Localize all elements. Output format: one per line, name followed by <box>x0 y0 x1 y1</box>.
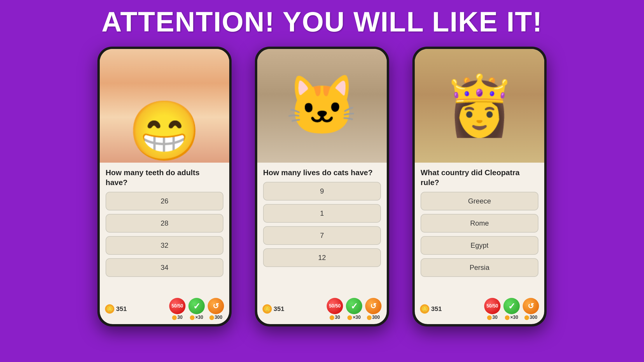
phone-3-answer-1[interactable]: Rome <box>421 214 538 233</box>
phone-1-powerups: 50/50 30 ✓ ×30 <box>169 298 224 320</box>
check-icon-2: ✓ <box>346 298 362 314</box>
phone-1-answer-0[interactable]: 26 <box>106 192 223 210</box>
phone-3-powerups: 50/50 30 ✓ ×30 <box>484 298 539 320</box>
coin-icon-2: 🪙 <box>262 304 272 314</box>
phone-3-content: What country did Cleopatra rule? Greece … <box>415 163 544 296</box>
phone-2-image <box>257 49 387 163</box>
phone-3-answer-0[interactable]: Greece <box>421 192 538 210</box>
page-title: ATTENTION! YOU WILL LIKE IT! <box>102 6 542 38</box>
phone-1: How many teeth do adults have? 26 28 32 … <box>97 47 232 326</box>
phone-3-fifty-fifty[interactable]: 50/50 30 <box>484 298 501 320</box>
check-icon-1: ✓ <box>188 298 205 314</box>
phone-2-wrapper: How many lives do cats have? 9 1 7 12 🪙 … <box>255 47 389 326</box>
fifty-fifty-icon-3: 50/50 <box>484 298 501 314</box>
phone-2-answer-2[interactable]: 7 <box>263 226 381 245</box>
fifty-fifty-icon-1: 50/50 <box>169 298 186 314</box>
phone-2-answer-1[interactable]: 1 <box>263 204 381 223</box>
coin-icon-3: 🪙 <box>420 304 429 314</box>
phone-2-question: How many lives do cats have? <box>263 168 381 178</box>
phone-3-wrapper: What country did Cleopatra rule? Greece … <box>412 47 547 326</box>
phone-1-content: How many teeth do adults have? 26 28 32 … <box>100 163 229 296</box>
phone-2-answer-0[interactable]: 9 <box>263 182 381 201</box>
swap-icon-1: ↺ <box>208 298 224 314</box>
phone-2-coins: 🪙 351 <box>262 304 284 314</box>
phone-2-footer: 🪙 351 50/50 30 ✓ <box>257 296 387 324</box>
phone-3-coin-count: 351 <box>431 305 442 313</box>
phone-3-coins: 🪙 351 <box>420 304 442 314</box>
check-cost-3: ×30 <box>505 315 518 320</box>
phone-3-question: What country did Cleopatra rule? <box>421 168 538 188</box>
phone-1-image <box>100 49 229 163</box>
phone-1-footer: 🪙 351 50/50 30 ✓ <box>100 296 229 324</box>
phone-2-swap[interactable]: ↺ 300 <box>365 298 382 320</box>
phone-1-wrapper: How many teeth do adults have? 26 28 32 … <box>97 47 232 326</box>
phone-2-check[interactable]: ✓ ×30 <box>346 298 362 320</box>
coin-icon-1: 🪙 <box>105 304 114 314</box>
check-cost-1: ×30 <box>190 315 203 320</box>
phone-1-swap[interactable]: ↺ 300 <box>208 298 224 320</box>
phone-3-answer-2[interactable]: Egypt <box>421 236 538 255</box>
phone-2-powerups: 50/50 30 ✓ ×30 <box>327 298 382 320</box>
phone-3-image <box>415 49 544 163</box>
phone-1-check[interactable]: ✓ ×30 <box>188 298 205 320</box>
phone-1-coin-count: 351 <box>116 305 127 313</box>
phone-2-coin-count: 351 <box>274 305 284 313</box>
check-cost-2: ×30 <box>347 315 360 320</box>
fifty-fifty-cost-1: 30 <box>172 315 183 320</box>
phone-3-swap[interactable]: ↺ 300 <box>523 298 539 320</box>
phone-2: How many lives do cats have? 9 1 7 12 🪙 … <box>255 47 389 326</box>
fifty-fifty-cost-2: 30 <box>330 315 340 320</box>
swap-cost-3: 300 <box>524 315 538 320</box>
phone-3: What country did Cleopatra rule? Greece … <box>412 47 547 326</box>
phone-3-check[interactable]: ✓ ×30 <box>503 298 520 320</box>
phone-1-answer-3[interactable]: 34 <box>106 258 223 277</box>
phone-1-question: How many teeth do adults have? <box>106 168 223 188</box>
fifty-fifty-cost-3: 30 <box>487 315 498 320</box>
phone-1-coins: 🪙 351 <box>105 304 127 314</box>
check-icon-3: ✓ <box>503 298 520 314</box>
phone-3-footer: 🪙 351 50/50 30 ✓ <box>415 296 544 324</box>
phone-1-answer-2[interactable]: 32 <box>106 236 223 255</box>
swap-icon-2: ↺ <box>365 298 382 314</box>
phone-3-answer-3[interactable]: Persia <box>421 258 538 277</box>
swap-cost-2: 300 <box>367 315 380 320</box>
phones-container: How many teeth do adults have? 26 28 32 … <box>80 47 564 326</box>
phone-1-answer-1[interactable]: 28 <box>106 214 223 233</box>
phone-2-fifty-fifty[interactable]: 50/50 30 <box>327 298 343 320</box>
swap-icon-3: ↺ <box>523 298 539 314</box>
phone-2-content: How many lives do cats have? 9 1 7 12 <box>257 163 387 296</box>
fifty-fifty-icon-2: 50/50 <box>327 298 343 314</box>
swap-cost-1: 300 <box>209 315 223 320</box>
phone-2-answer-3[interactable]: 12 <box>263 248 381 267</box>
phone-1-fifty-fifty[interactable]: 50/50 30 <box>169 298 186 320</box>
